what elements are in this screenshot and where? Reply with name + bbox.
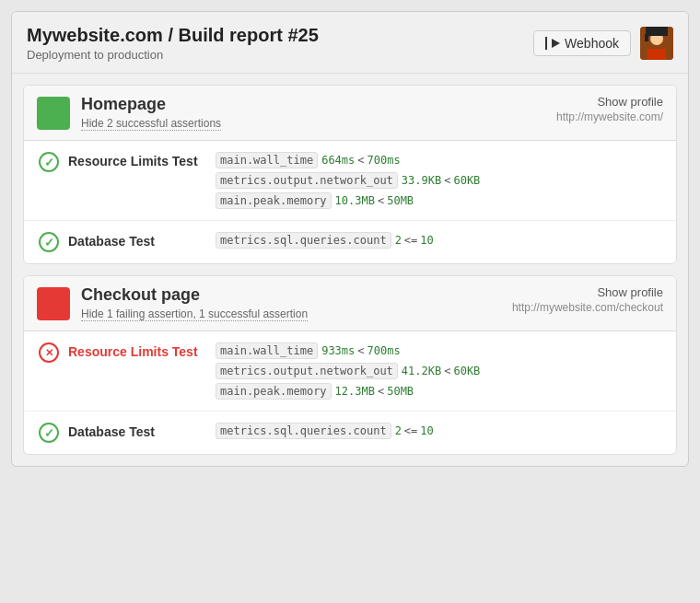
metric-op-0: < [357,154,364,167]
homepage-status-box [37,97,70,130]
checkout-database-success-icon [39,423,59,443]
checkout-metric-op-1: < [444,365,450,377]
checkout-metric-value-2: 12.3MB [335,385,375,398]
header: Mywebsite.com / Build report #25 Deploym… [12,12,688,74]
homepage-resource-limits-metrics: main.wall_time 664ms < 700ms metrics.out… [216,152,661,209]
header-left: Mywebsite.com / Build report #25 Deploym… [27,25,319,62]
metric-value-1: 33.9KB [402,174,441,187]
checkout-metric-op-2: < [378,385,384,398]
homepage-url: http://mywebsite.com/ [556,110,663,123]
homepage-title: Homepage [81,95,221,114]
checkout-hide-assertions[interactable]: Hide 1 failing assertion, 1 successful a… [81,307,308,321]
checkout-metric-value-1: 41.2KB [402,365,441,377]
metric-op-1: < [444,174,450,187]
checkout-resource-limits-row: Resource Limits Test main.wall_time 933m… [24,331,676,412]
checkout-resource-limits-failure-icon [39,342,59,363]
checkout-header-right: Show profile http://mywebsite.com/checko… [512,285,663,314]
homepage-header-right: Show profile http://mywebsite.com/ [556,95,663,123]
metric-line-2: main.peak.memory 10.3MB < 50MB [216,192,661,209]
pipe-icon [545,37,547,50]
metric-line-0: main.wall_time 664ms < 700ms [216,152,661,168]
metric-key-1: metrics.output.network_out [216,172,398,189]
homepage-resource-limits-success-icon [39,152,59,172]
checkout-db-metric-key-0: metrics.sql.queries.count [216,423,391,439]
checkout-metric-value-0: 933ms [321,344,355,357]
homepage-db-metric-value-0: 2 [395,234,402,247]
checkout-db-metric-value-0: 2 [395,424,402,437]
metric-op-2: < [378,194,384,207]
header-right: Webhook [533,27,673,60]
homepage-resource-limits-label: Resource Limits Test [68,152,206,168]
checkout-db-metric-op-0: <= [404,424,417,437]
checkout-title: Checkout page [81,285,308,305]
homepage-section-header: Homepage Hide 2 successful assertions Sh… [24,86,676,141]
checkout-title-area: Checkout page Hide 1 failing assertion, … [81,285,308,321]
metric-limit-0: 700ms [368,154,401,167]
checkout-metric-limit-2: 50MB [387,385,414,398]
checkout-section-header: Checkout page Hide 1 failing assertion, … [24,276,676,331]
checkout-metric-line-0: main.wall_time 933ms < 700ms [216,342,661,359]
checkout-database-metrics: metrics.sql.queries.count 2 <= 10 [216,423,661,439]
metric-value-2: 10.3MB [335,194,375,207]
metric-limit-1: 60KB [453,174,480,187]
checkout-metric-limit-0: 700ms [368,344,401,357]
homepage-hide-assertions[interactable]: Hide 2 successful assertions [81,117,221,131]
metric-key-2: main.peak.memory [216,192,332,209]
checkout-header-left: Checkout page Hide 1 failing assertion, … [37,285,308,321]
checkout-metric-op-0: < [357,344,364,357]
webhook-button[interactable]: Webhook [533,30,631,56]
homepage-database-row: Database Test metrics.sql.queries.count … [24,221,676,263]
homepage-section: Homepage Hide 2 successful assertions Sh… [23,85,677,264]
checkout-metric-key-0: main.wall_time [216,342,318,359]
svg-rect-4 [645,34,648,41]
checkout-database-label: Database Test [68,423,206,439]
homepage-db-metric-line-0: metrics.sql.queries.count 2 <= 10 [216,232,661,249]
metric-value-0: 664ms [321,154,355,167]
metric-limit-2: 50MB [387,194,414,207]
homepage-header-left: Homepage Hide 2 successful assertions [37,95,221,131]
page-subtitle: Deployment to production [27,48,319,62]
avatar-image [640,27,673,60]
homepage-database-success-icon [39,232,59,252]
checkout-status-box [37,287,70,320]
homepage-db-metric-key-0: metrics.sql.queries.count [216,232,391,249]
page-title: Mywebsite.com / Build report #25 [27,25,319,46]
homepage-db-metric-limit-0: 10 [420,234,433,247]
checkout-metric-key-1: metrics.output.network_out [216,363,398,379]
checkout-database-row: Database Test metrics.sql.queries.count … [24,412,676,454]
homepage-show-profile-link[interactable]: Show profile [556,95,663,109]
homepage-db-metric-op-0: <= [404,234,417,247]
checkout-section: Checkout page Hide 1 failing assertion, … [23,275,677,455]
homepage-database-label: Database Test [68,232,206,249]
checkout-show-profile-link[interactable]: Show profile [512,285,663,299]
homepage-resource-limits-row: Resource Limits Test main.wall_time 664m… [24,141,676,221]
checkout-resource-limits-label: Resource Limits Test [68,342,206,359]
checkout-metric-line-2: main.peak.memory 12.3MB < 50MB [216,383,661,400]
svg-rect-3 [646,27,668,36]
metric-line-1: metrics.output.network_out 33.9KB < 60KB [216,172,661,189]
checkout-metric-limit-1: 60KB [453,365,480,377]
play-icon [552,39,560,48]
checkout-db-metric-line-0: metrics.sql.queries.count 2 <= 10 [216,423,661,439]
checkout-url: http://mywebsite.com/checkout [512,301,663,314]
checkout-resource-limits-metrics: main.wall_time 933ms < 700ms metrics.out… [216,342,661,400]
checkout-metric-line-1: metrics.output.network_out 41.2KB < 60KB [216,363,661,379]
webhook-label: Webhook [565,36,619,51]
avatar[interactable] [640,27,673,60]
metric-key-0: main.wall_time [216,152,318,168]
homepage-database-metrics: metrics.sql.queries.count 2 <= 10 [216,232,661,249]
checkout-metric-key-2: main.peak.memory [216,383,332,400]
content: Homepage Hide 2 successful assertions Sh… [12,74,688,466]
checkout-db-metric-limit-0: 10 [420,424,433,437]
page-container: Mywebsite.com / Build report #25 Deploym… [11,11,689,467]
svg-rect-2 [648,49,666,60]
homepage-title-area: Homepage Hide 2 successful assertions [81,95,221,131]
